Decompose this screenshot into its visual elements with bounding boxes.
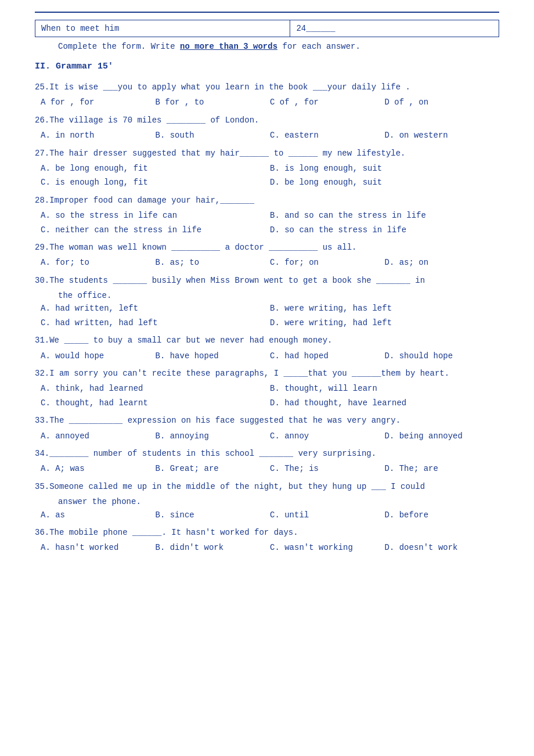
options-36: A. hasn't workedB. didn't workC. wasn't … (41, 541, 499, 554)
question-text-33: 33.The ___________ expression on his fac… (35, 414, 499, 427)
option: B. as; to (156, 256, 270, 269)
option: B. have hoped (156, 350, 270, 362)
option: C. eastern (270, 129, 385, 142)
instruction: Complete the form. Write no more than 3 … (58, 42, 499, 51)
options-31: A. would hopeB. have hopedC. had hopedD.… (41, 350, 499, 362)
question-text-26: 26.The village is 70 miles ________ of L… (35, 114, 499, 127)
question-30: 30.The students _______ busily when Miss… (35, 274, 499, 330)
option: D. on western (385, 129, 500, 142)
question-text-28: 28.Improper food can damage your hair,__… (35, 194, 499, 207)
option: A. had written, left (41, 302, 270, 315)
form-col2: 24______ (290, 20, 499, 37)
section-title: II. Grammar 15' (35, 62, 499, 71)
option: C. wasn't working (270, 541, 385, 554)
question-text-35: 35.Someone called me up in the middle of… (35, 480, 499, 493)
question-29: 29.The woman was well known __________ a… (35, 241, 499, 269)
option: B. didn't work (156, 541, 270, 554)
options-28: A. so the stress in life canB. and so ca… (41, 209, 499, 236)
option: A. hasn't worked (41, 541, 156, 554)
instruction-bold: no more than 3 words (180, 42, 277, 51)
option: C. annoy (270, 430, 385, 442)
option: B. since (156, 509, 270, 521)
options-25: A for , forB for , toC of , forD of , on (41, 96, 499, 109)
option: C of , for (270, 96, 385, 109)
options-27: A. be long enough, fitB. is long enough,… (41, 162, 499, 189)
question-text-29: 29.The woman was well known __________ a… (35, 241, 499, 254)
option: D. had thought, have learned (270, 397, 499, 409)
option: B. thought, will learn (270, 382, 499, 395)
form-col1: When to meet him (35, 20, 290, 37)
option: C. neither can the stress in life (41, 224, 270, 236)
option: D. be long enough, suit (270, 176, 499, 189)
options-26: A. in northB. southC. easternD. on weste… (41, 129, 499, 142)
options-35: A. asB. sinceC. untilD. before (41, 509, 499, 521)
question-26: 26.The village is 70 miles ________ of L… (35, 114, 499, 142)
option: D. before (385, 509, 500, 521)
question-34: 34.________ number of students in this s… (35, 447, 499, 476)
top-divider (35, 12, 499, 13)
question-35: 35.Someone called me up in the middle of… (35, 480, 499, 521)
options-29: A. for; toB. as; toC. for; onD. as; on (41, 256, 499, 269)
options-32: A. think, had learnedB. thought, will le… (41, 382, 499, 409)
question-28: 28.Improper food can damage your hair,__… (35, 194, 499, 236)
questions-container: 25.It is wise ___you to apply what you l… (35, 81, 499, 555)
option: A. as (41, 509, 156, 521)
option: C. The; is (270, 462, 385, 475)
option: D. so can the stress in life (270, 224, 499, 236)
question-text-27: 27.The hair dresser suggested that my ha… (35, 147, 499, 160)
question-text-30: 30.The students _______ busily when Miss… (35, 274, 499, 287)
option: D. were writing, had left (270, 316, 499, 329)
option: A for , for (41, 96, 156, 109)
option: C. is enough long, fit (41, 176, 270, 189)
option: A. A; was (41, 462, 156, 475)
option: B. south (156, 129, 270, 142)
options-30: A. had written, leftB. were writing, has… (41, 302, 499, 329)
option: C. for; on (270, 256, 385, 269)
option: A. so the stress in life can (41, 209, 270, 222)
option: C. had written, had left (41, 316, 270, 329)
question-text2-30: the office. (58, 289, 499, 302)
option: A. would hope (41, 350, 156, 362)
question-text-32: 32.I am sorry you can't recite these par… (35, 367, 499, 380)
option: D. The; are (385, 462, 500, 475)
option: D of , on (385, 96, 500, 109)
option: D. should hope (385, 350, 500, 362)
options-33: A. annoyedB. annoyingC. annoyD. being an… (41, 430, 499, 442)
option: D. doesn't work (385, 541, 500, 554)
options-34: A. A; wasB. Great; areC. The; isD. The; … (41, 462, 499, 475)
question-text2-35: answer the phone. (58, 495, 499, 508)
question-25: 25.It is wise ___you to apply what you l… (35, 81, 499, 109)
option: C. until (270, 509, 385, 521)
form-table: When to meet him 24______ (35, 20, 499, 37)
option: C. thought, had learnt (41, 397, 270, 409)
option: B. Great; are (156, 462, 270, 475)
option: D. being annoyed (385, 430, 500, 442)
option: B. is long enough, suit (270, 162, 499, 175)
option: A. be long enough, fit (41, 162, 270, 175)
question-text-31: 31.We _____ to buy a small car but we ne… (35, 334, 499, 347)
question-text-25: 25.It is wise ___you to apply what you l… (35, 81, 499, 93)
question-32: 32.I am sorry you can't recite these par… (35, 367, 499, 409)
option: C. had hoped (270, 350, 385, 362)
option: A. for; to (41, 256, 156, 269)
option: B. annoying (156, 430, 270, 442)
option: B. and so can the stress in life (270, 209, 499, 222)
question-31: 31.We _____ to buy a small car but we ne… (35, 334, 499, 362)
option: A. think, had learned (41, 382, 270, 395)
option: D. as; on (385, 256, 500, 269)
option: B. were writing, has left (270, 302, 499, 315)
question-36: 36.The mobile phone ______. It hasn't wo… (35, 526, 499, 555)
option: A. in north (41, 129, 156, 142)
option: A. annoyed (41, 430, 156, 442)
question-27: 27.The hair dresser suggested that my ha… (35, 147, 499, 189)
question-text-34: 34.________ number of students in this s… (35, 447, 499, 460)
option: B for , to (156, 96, 270, 109)
question-text-36: 36.The mobile phone ______. It hasn't wo… (35, 526, 499, 539)
question-33: 33.The ___________ expression on his fac… (35, 414, 499, 442)
